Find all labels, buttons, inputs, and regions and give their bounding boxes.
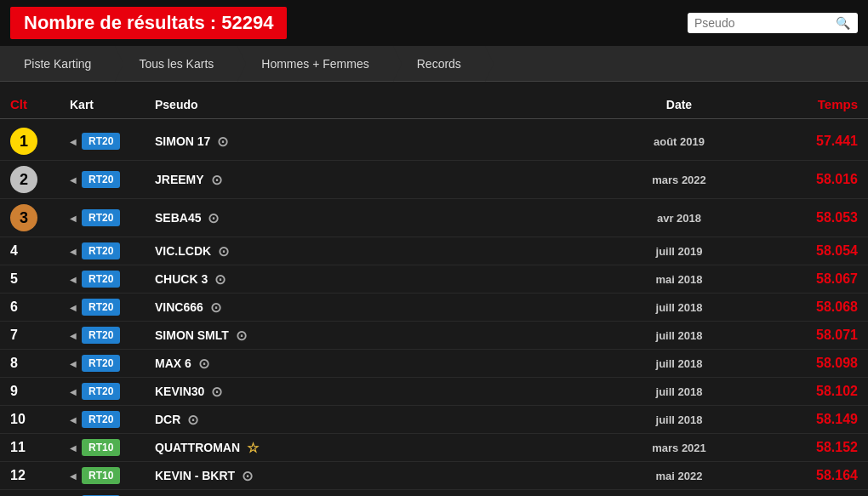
pseudo-cell: SIMON SMLT ⊙ [155,328,602,344]
pseudo-icon: ⊙ [217,134,228,150]
pseudo-text: SIMON 17 [155,134,210,148]
kart-badge: RT20 [82,355,120,372]
nav-item-gender[interactable]: Hommes + Femmes [237,46,392,81]
date-cell: août 2019 [602,135,756,148]
time-cell: 57.441 [756,134,858,149]
time-cell: 58.164 [756,468,858,483]
rank-number: 11 [10,440,26,454]
pseudo-cell: MAX 6 ⊙ [155,356,602,372]
kart-badge: RT20 [82,171,120,188]
kart-chevron-icon: ◀ [70,247,77,256]
kart-badge: RT20 [82,209,120,226]
pseudo-cell: QUATTROMAN ☆ [155,440,602,456]
nav-item-piste[interactable]: Piste Karting [0,46,115,81]
rank-number: 5 [10,271,18,286]
pseudo-text: VINC666 [155,300,203,314]
rank-cell: 5 [10,271,70,287]
date-cell: mars 2022 [602,174,756,186]
kart-badge: RT10 [82,467,120,484]
table-row: 11 ◀ RT10 QUATTROMAN ☆ mars 2021 58.152 [0,434,868,462]
pseudo-icon: ☆ [247,440,259,456]
pseudo-cell: VINC666 ⊙ [155,299,602,316]
date-cell: juill 2018 [602,301,756,314]
pseudo-text: DCR [155,413,180,426]
date-cell: juill 2018 [602,329,756,342]
pseudo-cell: CHUCK 3 ⊙ [155,271,602,288]
table-row: 3 ◀ RT20 SEBA45 ⊙ avr 2018 58.053 [0,199,868,237]
kart-badge: RT20 [82,299,120,316]
rank-cell: 6 [10,299,70,315]
pseudo-icon: ⊙ [242,468,253,484]
time-cell: 58.054 [756,243,858,259]
time-cell: 58.016 [756,172,858,187]
search-icon: 🔍 [836,16,850,30]
kart-cell: ◀ RT20 [70,355,155,372]
search-box[interactable]: 🔍 [688,13,858,33]
nav-item-records[interactable]: Records [393,46,485,81]
results-count: Nombre de résultats : 52294 [10,7,287,39]
search-input[interactable] [694,16,831,30]
rank-number: 12 [10,468,26,482]
date-cell: mars 2021 [602,442,756,454]
col-header-kart: Kart [70,98,155,111]
rank-cell: 4 [10,243,70,259]
time-cell: 58.098 [756,356,858,371]
kart-cell: ◀ RT20 [70,299,155,316]
kart-chevron-icon: ◀ [70,359,77,368]
rank-number: 10 [10,412,26,426]
kart-badge: RT20 [82,271,120,288]
pseudo-text: QUATTROMAN [155,441,240,454]
kart-badge: RT10 [82,439,120,456]
kart-chevron-icon: ◀ [70,415,77,425]
nav-item-karts[interactable]: Tous les Karts [115,46,237,81]
table-row: 6 ◀ RT20 VINC666 ⊙ juill 2018 58.068 [0,294,868,322]
kart-chevron-icon: ◀ [70,471,77,481]
time-cell: 58.071 [756,328,858,343]
pseudo-text: VIC.LCDK [155,244,211,258]
pseudo-icon: ⊙ [211,172,222,188]
kart-badge: RT20 [82,242,120,259]
col-header-pseudo: Pseudo [155,98,602,111]
date-cell: juill 2018 [602,357,756,370]
pseudo-icon: ⊙ [214,271,226,288]
rank-cell: 12 [10,468,70,483]
date-cell: juill 2018 [602,413,756,426]
pseudo-icon: ⊙ [208,210,219,226]
date-cell: juill 2018 [602,385,756,398]
kart-chevron-icon: ◀ [70,387,77,396]
rank-cell: 9 [10,384,70,399]
table-row: 7 ◀ RT20 SIMON SMLT ⊙ juill 2018 58.071 [0,322,868,350]
rank-cell: 7 [10,328,70,343]
pseudo-text: KEVIN - BKRT [155,469,235,482]
nav-bar: Piste Karting Tous les Karts Hommes + Fe… [0,46,868,82]
kart-cell: ◀ RT10 [70,467,155,484]
pseudo-text: MAX 6 [155,356,191,370]
pseudo-cell: KEVIN - BKRT ⊙ [155,468,602,484]
kart-cell: ◀ RT20 [70,242,155,259]
table-row: 10 ◀ RT20 DCR ⊙ juill 2018 58.149 [0,406,868,434]
pseudo-cell: SEBA45 ⊙ [155,210,602,226]
date-cell: juill 2019 [602,245,756,258]
date-cell: avr 2018 [602,212,756,225]
rank-number: 7 [10,328,18,342]
kart-chevron-icon: ◀ [70,275,77,284]
kart-chevron-icon: ◀ [70,175,77,185]
table-row: 4 ◀ RT20 VIC.LCDK ⊙ juill 2019 58.054 [0,237,868,265]
pseudo-icon: ⊙ [187,412,198,428]
rank-badge-silver: 2 [10,166,37,193]
pseudo-icon: ⊙ [236,328,247,344]
rank-cell: 2 [10,166,70,193]
kart-cell: ◀ RT10 [70,439,155,456]
pseudo-text: JREEMY [155,173,204,186]
pseudo-cell: JREEMY ⊙ [155,172,602,188]
rank-number: 8 [10,356,18,370]
rank-cell: 1 [10,128,70,155]
kart-chevron-icon: ◀ [70,214,77,223]
table-row: 12 ◀ RT10 KEVIN - BKRT ⊙ mai 2022 58.164 [0,462,868,490]
rank-cell: 3 [10,204,70,231]
time-cell: 58.053 [756,210,858,225]
kart-chevron-icon: ◀ [70,137,77,146]
kart-cell: ◀ RT20 [70,209,155,226]
time-cell: 58.149 [756,412,858,427]
pseudo-cell: KEVIN30 ⊙ [155,384,602,400]
